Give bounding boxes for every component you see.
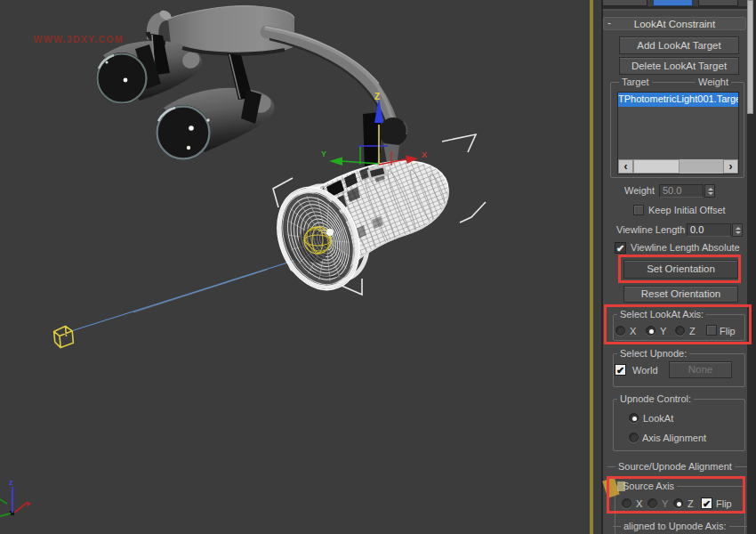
svg-text:Y: Y: [321, 150, 326, 158]
svg-text:Z: Z: [374, 92, 380, 101]
svg-text:WWW.3DXY.COM: WWW.3DXY.COM: [34, 34, 124, 44]
svg-text:X: X: [422, 150, 427, 159]
svg-text:z: z: [9, 478, 13, 487]
